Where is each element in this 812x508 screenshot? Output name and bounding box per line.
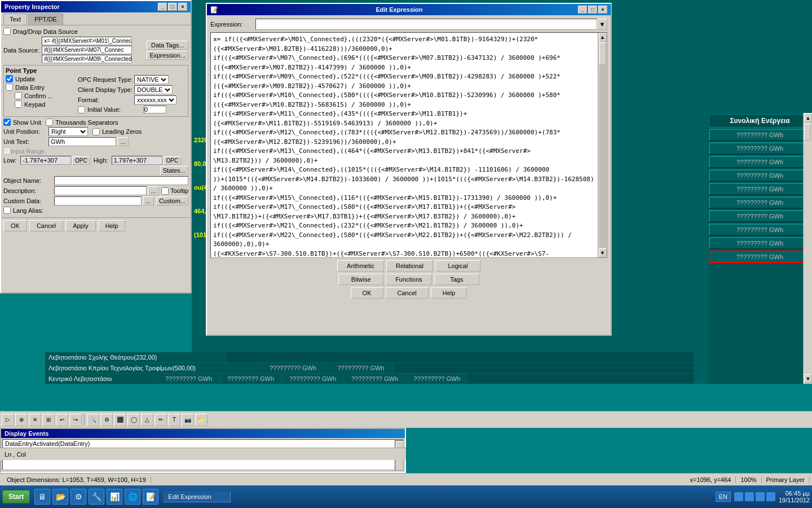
scada-value-5[interactable]: ????????? GWh [709,183,811,195]
desc-browse-btn[interactable]: ... [148,186,159,195]
low-opc-btn[interactable]: OPC [72,156,90,165]
unit-position-select[interactable]: Right [48,127,88,136]
taskbar-icon-1[interactable]: 🖥 [34,489,50,505]
apply-button[interactable]: Apply [65,220,96,231]
logical-button[interactable]: Logical [435,260,480,271]
scada-value-1[interactable]: ????????? GWh [709,129,811,141]
scada-scroll-thumb[interactable] [804,124,811,141]
scada-row3-val5[interactable]: ????????? GWh [406,374,468,384]
expression-textarea[interactable]: x= if(({<#MXServer#>\M01\_Connected},(((… [211,33,598,257]
data-tags-button[interactable]: Data Tags... [147,41,188,50]
start-button[interactable]: Start [2,490,30,503]
minimize-button[interactable]: _ [158,3,167,11]
scada-value-4[interactable]: ????????? GWh [709,169,811,182]
data-source-value3[interactable]: if({(#MXServer#>\M09\_Connected},(522* [42,55,132,63]
obj-name-input[interactable] [54,176,188,185]
help-button[interactable]: Help [98,220,126,231]
toolbar-btn-6[interactable]: ↪ [69,414,82,426]
scroll-up-btn[interactable]: ▲ [599,33,607,42]
edit-expr-maximize[interactable]: □ [588,6,597,14]
edit-expr-close[interactable]: × [598,6,607,14]
taskbar-app-item[interactable]: Edit Expression [163,491,231,502]
bitwise-button[interactable]: Bitwise [338,274,383,285]
toolbar-btn-14[interactable]: 📷 [182,414,194,426]
cancel-button[interactable]: Cancel [29,220,63,231]
edit-expr-minimize[interactable]: _ [578,6,587,14]
leading-zeros-checkbox[interactable] [92,128,100,135]
unit-text-browse-btn[interactable]: ... [117,137,129,146]
expr-ok-button[interactable]: OK [351,287,383,299]
scada-value-2[interactable]: ????????? GWh [709,142,811,155]
toolbar-btn-11[interactable]: △ [141,414,153,426]
toolbar-btn-5[interactable]: ↩ [56,414,68,426]
tooltip-checkbox[interactable] [161,187,169,195]
show-unit-checkbox[interactable] [3,119,11,126]
taskbar-icon-6[interactable]: 🌐 [125,489,140,505]
toolbar-btn-8[interactable]: ⚙ [100,414,113,426]
toolbar-btn-15[interactable]: 📁 [195,414,208,426]
tray-icon-4[interactable] [766,492,775,501]
taskbar-icon-5[interactable]: 📊 [107,489,122,505]
custom-data-input[interactable] [54,196,142,205]
taskbar-icon-2[interactable]: 📂 [52,489,68,505]
tray-icon-2[interactable] [745,492,754,501]
scada-value-3[interactable]: ????????? GWh [709,156,811,168]
scada-value-7[interactable]: ????????? GWh [709,210,811,222]
scada-value-10[interactable]: ????????? GWh [709,251,811,263]
tags-button[interactable]: Tags [434,274,479,285]
maximize-button[interactable]: □ [168,3,177,11]
expression-input[interactable] [255,19,597,30]
expr-cancel-button[interactable]: Cancel [386,287,429,299]
expr-scrollbar[interactable]: ▲ ▼ [598,33,607,257]
scada-value-8[interactable]: ????????? GWh [709,224,811,236]
custom-data-browse-btn[interactable]: ... [143,196,154,205]
opc-request-type-select[interactable]: NATIVE [134,75,169,84]
arithmetic-button[interactable]: Arithmetic [337,260,384,271]
relational-button[interactable]: Relational [386,260,433,271]
initial-value-checkbox[interactable] [78,106,85,113]
toolbar-btn-13[interactable]: T [168,414,180,426]
scada-row2-val2[interactable]: ????????? GWh [327,363,395,373]
scada-value-9[interactable]: ????????? GWh [709,237,811,249]
expression-button[interactable]: Expression... [147,51,188,60]
close-button[interactable]: × [178,3,187,11]
toolbar-btn-12[interactable]: ✏ [155,414,167,426]
scada-scroll-down[interactable]: ▼ [804,374,812,383]
data-source-value2[interactable]: if({(#MXServer#>\M07\_Connec [42,46,132,54]
drag-drop-checkbox[interactable] [3,28,11,35]
toolbar-btn-3[interactable]: ✕ [29,414,41,426]
taskbar-icon-7[interactable]: 📝 [143,489,158,505]
scada-vscrollbar[interactable]: ▲ ▼ [803,113,812,384]
toolbar-btn-7[interactable]: 🔍 [87,414,99,426]
tab-pptde[interactable]: PPT/DE [28,14,63,25]
tray-icon-1[interactable] [734,492,743,501]
tray-icon-3[interactable] [756,492,765,501]
scada-scroll-up[interactable]: ▲ [804,113,812,122]
scada-row3-val3[interactable]: ????????? GWh [282,374,344,384]
tab-text[interactable]: Text [3,14,27,25]
toolbar-btn-1[interactable]: ▷ [2,414,14,426]
lang-alias-checkbox[interactable] [3,207,11,214]
taskbar-icon-4[interactable]: 🔧 [89,489,104,505]
scroll-thumb[interactable] [599,42,606,65]
initial-value-input[interactable] [144,106,166,113]
scada-row3-val1[interactable]: ????????? GWh [158,374,220,384]
data-entry-checkbox[interactable] [6,84,13,91]
keypad-checkbox[interactable] [15,100,22,108]
data-source-value1[interactable]: x= if({(#MXServer#>\M01\_Connected},(( [42,37,132,45]
desc-input[interactable] [54,186,147,195]
client-display-type-select[interactable]: DOUBLE [134,85,173,94]
taskbar-icon-3[interactable]: ⚙ [70,489,86,505]
expr-help-button[interactable]: Help [431,287,467,299]
unit-text-input[interactable] [48,137,116,146]
custom-btn[interactable]: Custom... [156,196,188,205]
toolbar-btn-4[interactable]: ⊞ [42,414,55,426]
toolbar-btn-10[interactable]: ◯ [127,414,140,426]
scada-row3-val2[interactable]: ????????? GWh [220,374,282,384]
format-select[interactable]: xxxxxx.xxx [134,95,176,104]
scroll-down-btn[interactable]: ▼ [599,248,607,257]
update-checkbox[interactable] [6,75,13,82]
scada-row2-val1[interactable]: ????????? GWh [259,363,327,373]
high-opc-btn[interactable]: OPC [164,156,182,165]
thousands-sep-checkbox[interactable] [46,119,53,126]
